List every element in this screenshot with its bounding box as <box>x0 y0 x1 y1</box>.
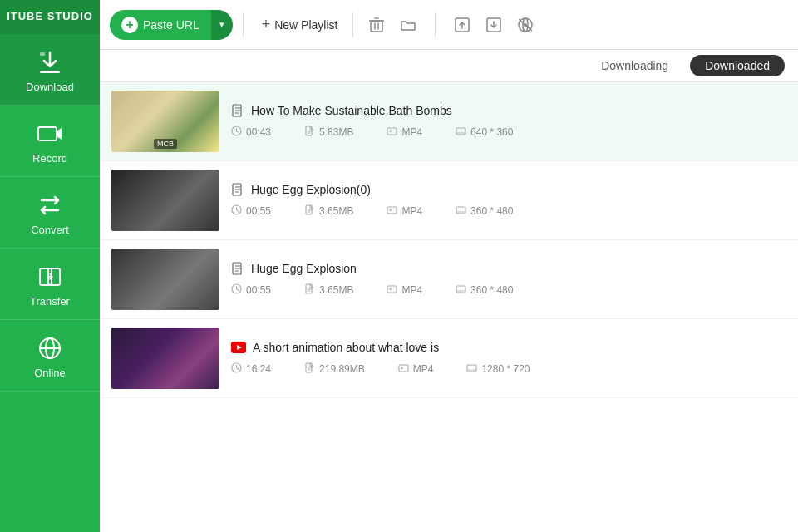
toolbar-actions <box>365 12 537 37</box>
sidebar-online-label: Online <box>34 367 66 379</box>
app-title: ITUBE STUDIO <box>0 0 100 34</box>
format-icon <box>398 362 409 376</box>
resolution-icon <box>466 362 477 376</box>
size-meta: 5.83MB <box>304 126 353 139</box>
duration-meta: 00:55 <box>231 283 271 297</box>
sidebar-item-online[interactable]: Online <box>0 320 100 392</box>
svg-rect-8 <box>371 21 382 32</box>
svg-rect-1 <box>40 52 45 56</box>
svg-rect-55 <box>387 286 397 293</box>
format-meta: MP4 <box>387 204 422 218</box>
video-item-2[interactable]: Huge Egg Explosion(0) 00:55 <box>100 161 798 240</box>
video-title: How To Make Sustainable Bath Bombs <box>251 104 452 117</box>
video-thumbnail: MCB <box>111 91 219 152</box>
folder-button[interactable] <box>397 13 420 37</box>
svg-rect-70 <box>467 365 476 372</box>
import-button[interactable] <box>482 13 505 37</box>
duration-meta: 00:55 <box>231 204 271 218</box>
file-icon <box>231 183 244 196</box>
file-size-icon <box>304 362 315 376</box>
video-item-3[interactable]: Huge Egg Explosion 00:55 <box>100 240 798 319</box>
download-icon <box>37 49 63 76</box>
svg-rect-41 <box>387 207 397 214</box>
resolution-value: 1280 * 720 <box>481 363 530 375</box>
video-title: A short animation about what love is <box>253 341 439 354</box>
video-title-row: Huge Egg Explosion <box>231 262 786 275</box>
file-icon <box>231 262 244 275</box>
svg-rect-31 <box>456 128 466 135</box>
svg-rect-59 <box>456 286 466 293</box>
video-item-1[interactable]: MCB How To Make Sustainable Bath Bombs <box>100 82 798 161</box>
export-button[interactable] <box>451 13 474 37</box>
sidebar: ITUBE STUDIO Download Record Conver <box>0 0 100 532</box>
svg-rect-2 <box>38 127 57 140</box>
format-meta: MP4 <box>387 126 422 139</box>
svg-rect-0 <box>40 71 60 73</box>
video-info: A short animation about what love is 16:… <box>231 341 786 376</box>
size-meta: 219.89MB <box>304 362 365 376</box>
svg-rect-66 <box>399 365 408 372</box>
duration-value: 00:55 <box>246 284 271 296</box>
record-icon <box>37 121 63 147</box>
new-playlist-label: New Playlist <box>274 18 337 32</box>
resolution-value: 360 * 480 <box>470 284 513 296</box>
online-icon <box>37 335 63 362</box>
resolution-meta: 1280 * 720 <box>466 362 530 376</box>
duration-value: 00:43 <box>246 126 271 138</box>
video-meta: 16:24 219.89MB <box>231 362 786 376</box>
size-meta: 3.65MB <box>304 204 353 218</box>
main-content: + Paste URL ▾ + New Playlist <box>100 0 798 532</box>
sidebar-download-label: Download <box>26 81 74 93</box>
video-title-row: How To Make Sustainable Bath Bombs <box>231 104 786 117</box>
svg-rect-45 <box>456 207 466 214</box>
format-meta: MP4 <box>387 283 422 297</box>
downloaded-tab[interactable]: Downloaded <box>690 55 785 76</box>
format-icon <box>387 283 397 297</box>
video-thumbnail <box>111 170 219 231</box>
paste-url-button[interactable]: + Paste URL <box>110 17 211 33</box>
size-value: 3.65MB <box>319 205 353 217</box>
new-playlist-button[interactable]: + New Playlist <box>254 11 347 38</box>
paste-url-label: Paste URL <box>143 18 200 32</box>
size-meta: 3.65MB <box>304 283 353 297</box>
downloading-tab[interactable]: Downloading <box>586 55 683 76</box>
size-value: 219.89MB <box>319 363 365 375</box>
sidebar-convert-label: Convert <box>31 224 69 236</box>
file-icon <box>231 104 244 117</box>
paste-url-dropdown[interactable]: ▾ <box>211 10 233 40</box>
privacy-button[interactable] <box>514 13 537 37</box>
duration-value: 00:55 <box>246 205 271 217</box>
toolbar-divider-1 <box>243 12 244 37</box>
resolution-meta: 640 * 360 <box>456 126 513 139</box>
new-playlist-plus-icon: + <box>262 16 271 33</box>
sidebar-record-label: Record <box>32 152 67 165</box>
file-size-icon <box>304 204 315 218</box>
file-size-icon <box>304 283 315 297</box>
toolbar-divider-3 <box>435 12 436 37</box>
video-title: Huge Egg Explosion <box>251 262 357 275</box>
file-size-icon <box>304 126 315 139</box>
video-meta: 00:55 3.65MB <box>231 283 786 297</box>
video-info: Huge Egg Explosion 00:55 <box>231 262 786 297</box>
sidebar-item-transfer[interactable]: Transfer <box>0 249 100 320</box>
paste-url-group[interactable]: + Paste URL ▾ <box>110 10 233 40</box>
convert-icon <box>37 192 63 219</box>
resolution-icon <box>456 283 466 297</box>
duration-meta: 00:43 <box>231 126 271 139</box>
delete-button[interactable] <box>365 13 388 37</box>
plus-circle-icon: + <box>121 17 138 33</box>
clock-icon <box>231 126 242 139</box>
format-value: MP4 <box>401 126 422 138</box>
video-thumbnail <box>111 249 219 310</box>
format-value: MP4 <box>401 284 422 296</box>
size-value: 3.65MB <box>319 284 353 296</box>
sidebar-item-record[interactable]: Record <box>0 106 100 177</box>
video-info: Huge Egg Explosion(0) 00:55 <box>231 183 786 218</box>
video-item-4[interactable]: A short animation about what love is 16:… <box>100 319 798 398</box>
sidebar-transfer-label: Transfer <box>30 295 70 308</box>
resolution-meta: 360 * 480 <box>456 204 513 218</box>
video-title-row: Huge Egg Explosion(0) <box>231 183 786 196</box>
resolution-icon <box>456 126 466 139</box>
sidebar-item-convert[interactable]: Convert <box>0 177 100 249</box>
sidebar-item-download[interactable]: Download <box>0 34 100 106</box>
